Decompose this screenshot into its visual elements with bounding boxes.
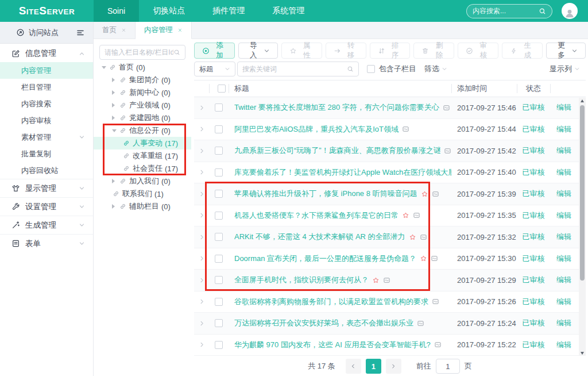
toolbar-button[interactable]: 更多	[546, 43, 586, 59]
expander-down[interactable]	[102, 66, 109, 69]
sidebar-item[interactable]: 批量复制	[0, 145, 93, 162]
prev-page-button[interactable]	[346, 359, 361, 374]
preview-icon[interactable]	[444, 147, 451, 155]
tree-item[interactable]: 辅助栏目 (0)	[94, 200, 191, 213]
content-title-link[interactable]: 万达据称将召开会议安抚好莱坞，表态不会撤出娱乐业	[234, 318, 413, 328]
content-title-link[interactable]: 苹果确认将推出升级补丁，修复 iPhone 8 听筒噪音问题	[234, 189, 417, 199]
preview-icon[interactable]	[402, 125, 409, 133]
row-expand-button[interactable]	[194, 255, 209, 262]
row-checkbox[interactable]	[215, 255, 223, 263]
top-nav-item[interactable]: 切换站点	[139, 0, 199, 22]
row-expand-button[interactable]	[194, 191, 209, 197]
toolbar-button[interactable]: 审核	[458, 43, 498, 59]
row-expand-button[interactable]	[194, 234, 209, 240]
search-icon[interactable]	[539, 7, 546, 15]
tree-item[interactable]: 新闻中心 (0)	[94, 86, 191, 99]
toolbar-button[interactable]: 删除	[413, 43, 454, 59]
goto-page-input[interactable]	[436, 359, 460, 374]
filter-dropdown[interactable]: 筛选	[424, 64, 447, 74]
search-field-select[interactable]: 标题	[194, 62, 235, 76]
expander-right[interactable]	[112, 204, 119, 209]
row-expand-button[interactable]	[194, 298, 209, 305]
toolbar-button[interactable]: 转移	[326, 43, 366, 59]
content-title-link[interactable]: 机器人也爱搭便车？水下搭乘鲨鱼列车是它的日常	[234, 210, 399, 221]
row-checkbox[interactable]	[215, 341, 223, 349]
tree-item[interactable]: 党建园地 (0)	[94, 112, 191, 124]
content-title-link[interactable]: 库克要偷着乐了！美监管机构开绿灯让Apple Watch在医疗领域大展拳脚...	[234, 167, 451, 178]
scroll-down-arrow[interactable]	[579, 350, 586, 356]
tree-item[interactable]: 信息公开 (0)	[94, 124, 191, 137]
sidebar-item[interactable]: 内容回收站	[0, 162, 93, 179]
keyword-search-box[interactable]	[237, 62, 359, 76]
edit-link[interactable]: 编辑	[550, 275, 578, 285]
sidebar-item[interactable]: 显示管理	[0, 179, 93, 197]
row-checkbox[interactable]	[215, 319, 223, 327]
close-tab-icon[interactable]	[121, 28, 126, 33]
edit-link[interactable]: 编辑	[550, 297, 578, 307]
sidebar-item[interactable]: 内容审核	[0, 112, 93, 129]
row-expand-button[interactable]	[194, 148, 209, 154]
edit-link[interactable]: 编辑	[550, 124, 578, 135]
content-title-link[interactable]: 谷歌据称将剥离购物服务部门，以满足欧盟监管机构的要求	[234, 297, 428, 307]
preview-icon[interactable]	[432, 298, 439, 305]
preview-icon[interactable]	[383, 277, 390, 284]
edit-link[interactable]: 编辑	[550, 145, 578, 156]
row-expand-button[interactable]	[194, 169, 209, 175]
channel-search-box[interactable]	[99, 45, 185, 60]
edit-link[interactable]: 编辑	[550, 210, 578, 221]
edit-link[interactable]: 编辑	[550, 340, 578, 350]
close-tab-icon[interactable]	[177, 28, 183, 33]
row-expand-button[interactable]	[194, 105, 209, 111]
tree-item[interactable]: 社会责任 (17)	[94, 162, 191, 175]
expander-right[interactable]	[112, 78, 119, 82]
visit-site-row[interactable]: 访问站点	[0, 22, 93, 44]
tree-item[interactable]: 改革重组 (17)	[94, 149, 191, 162]
row-checkbox[interactable]	[215, 233, 223, 241]
tab[interactable]: 首页	[94, 22, 136, 39]
row-checkbox[interactable]	[215, 276, 223, 284]
expander-down[interactable]	[112, 129, 119, 132]
row-checkbox[interactable]	[215, 168, 223, 177]
top-nav-item[interactable]: 插件管理	[199, 0, 258, 22]
select-all-checkbox[interactable]	[218, 85, 226, 93]
row-checkbox[interactable]	[215, 298, 223, 306]
content-title-link[interactable]: 全面屏手机时代，指纹识别要何去何从？	[234, 275, 369, 285]
tab[interactable]: 内容管理	[136, 22, 192, 39]
next-page-button[interactable]	[386, 359, 401, 374]
scrollbar-thumb[interactable]	[580, 105, 585, 281]
row-checkbox[interactable]	[215, 212, 223, 220]
edit-link[interactable]: 编辑	[550, 254, 578, 264]
toolbar-button[interactable]: 属性	[281, 43, 322, 59]
sidebar-item[interactable]: 栏目管理	[0, 79, 93, 95]
toolbar-button[interactable]: 生成	[502, 43, 543, 59]
table-scrollbar[interactable]	[579, 98, 586, 356]
edit-link[interactable]: 编辑	[550, 318, 578, 328]
expander-right[interactable]	[112, 103, 119, 108]
content-search-input[interactable]	[473, 7, 539, 15]
display-columns-dropdown[interactable]: 显示列	[550, 64, 580, 74]
user-avatar[interactable]	[562, 3, 578, 19]
row-expand-button[interactable]	[194, 212, 209, 218]
preview-icon[interactable]	[413, 212, 420, 219]
keyword-input[interactable]	[242, 65, 347, 73]
sidebar-item[interactable]: 生成管理	[0, 216, 93, 234]
preview-icon[interactable]	[417, 320, 424, 327]
row-expand-button[interactable]	[194, 126, 209, 132]
current-page-button[interactable]: 1	[366, 359, 381, 374]
row-expand-button[interactable]	[194, 342, 209, 348]
sidebar-item[interactable]: 内容搜索	[0, 95, 93, 112]
edit-link[interactable]: 编辑	[550, 189, 578, 199]
expander-right[interactable]	[112, 90, 119, 95]
collapse-menu-icon[interactable]	[76, 28, 85, 37]
sidebar-item[interactable]: 设置管理	[0, 197, 93, 216]
content-title-link[interactable]: Twitter 要将推文长度增加至 280 字符，有六个问题你需要关心	[234, 102, 439, 113]
row-checkbox[interactable]	[215, 103, 223, 112]
tree-item[interactable]: 人事变动 (17)	[94, 137, 191, 149]
content-title-link[interactable]: 华为麒麟 970 国内发布，这些 AI 应用是否会变革智能手机?	[234, 340, 431, 350]
content-title-link[interactable]: ARKit 不够，还需这 4 大技术来解锁 AR 的全部潜力	[234, 232, 405, 242]
tree-item[interactable]: 集团简介 (0)	[94, 74, 191, 86]
tree-item[interactable]: 产业领域 (0)	[94, 99, 191, 112]
toolbar-button[interactable]: 添加	[194, 43, 235, 59]
edit-link[interactable]: 编辑	[550, 232, 578, 242]
include-children-checkbox[interactable]	[367, 65, 375, 73]
